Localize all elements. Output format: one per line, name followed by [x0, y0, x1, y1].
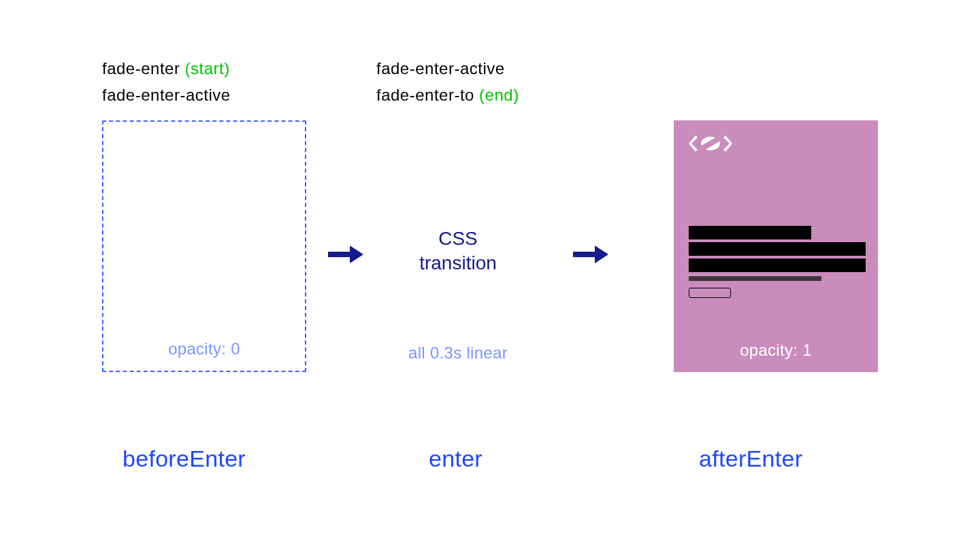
css-line-1: CSS — [376, 227, 540, 251]
before-label-2: fade-enter-active — [102, 84, 306, 105]
before-label-1-suffix: (start) — [185, 59, 230, 78]
svg-marker-1 — [350, 246, 363, 263]
placeholder-bar-thin — [689, 276, 821, 281]
timing-label: all 0.3s linear — [376, 344, 540, 363]
hook-after-enter: afterEnter — [699, 446, 802, 472]
svg-marker-5 — [723, 135, 732, 152]
before-label-1-text: fade-enter — [102, 59, 185, 78]
hook-before-enter: beforeEnter — [122, 446, 246, 472]
enter-label-1: fade-enter-active — [376, 58, 540, 79]
enter-labels: fade-enter-active fade-enter-to (end) — [376, 58, 540, 105]
before-box: opacity: 0 — [102, 120, 306, 372]
stage-before-enter: fade-enter (start) fade-enter-active opa… — [102, 58, 306, 372]
timing-label-wrap: all 0.3s linear — [376, 344, 540, 363]
component-logo-icon — [689, 133, 732, 157]
placeholder-button-outline — [689, 288, 731, 298]
before-opacity-text: opacity: 0 — [103, 339, 305, 358]
svg-marker-3 — [595, 246, 608, 263]
svg-marker-4 — [689, 135, 698, 152]
arrow-icon — [572, 244, 608, 267]
placeholder-bar — [689, 242, 866, 256]
css-line-2: transition — [376, 251, 540, 276]
transition-diagram: fade-enter (start) fade-enter-active opa… — [102, 58, 878, 493]
stage-after-enter: x x opacity: 1 — [674, 58, 878, 372]
enter-label-2-suffix: (end) — [479, 86, 519, 104]
enter-label-2-text: fade-enter-to — [376, 86, 479, 104]
component-content-placeholder — [689, 226, 866, 298]
placeholder-bar — [689, 226, 811, 239]
arrow-icon — [327, 244, 363, 267]
before-label-1: fade-enter (start) — [102, 58, 306, 79]
after-box: opacity: 1 — [674, 120, 878, 372]
enter-label-2: fade-enter-to (end) — [376, 84, 540, 105]
css-transition-label: CSS transition — [376, 227, 540, 276]
after-opacity-text: opacity: 1 — [674, 341, 878, 360]
placeholder-bar — [689, 258, 866, 272]
stage-enter: fade-enter-active fade-enter-to (end) — [376, 58, 540, 120]
before-labels: fade-enter (start) fade-enter-active — [102, 58, 306, 105]
hook-enter: enter — [429, 446, 483, 472]
